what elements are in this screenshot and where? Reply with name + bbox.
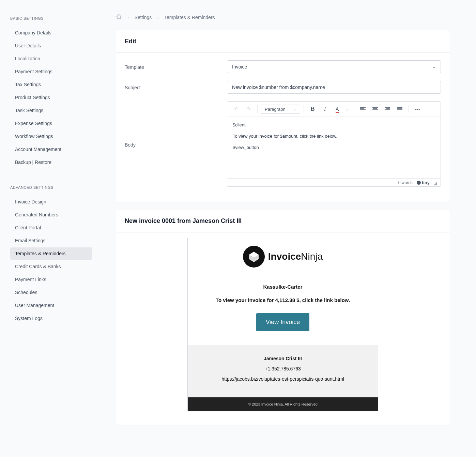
sidebar-item-company-details[interactable]: Company Details <box>10 27 92 39</box>
align-justify-button[interactable] <box>394 104 405 115</box>
word-count: 0 words <box>398 180 413 185</box>
breadcrumb: › Settings › Templates & Reminders <box>116 14 450 21</box>
sidebar-item-backup-restore[interactable]: Backup | Restore <box>10 156 92 168</box>
preview-phone: +1.352.785.6763 <box>195 366 371 371</box>
preview-message: To view your invoice for 4,112.38 $, cli… <box>195 297 371 303</box>
resize-handle[interactable]: ◢ <box>434 181 437 184</box>
template-label: Template <box>125 64 227 70</box>
settings-sidebar: BASIC SETTINGS Company DetailsUser Detai… <box>0 0 99 457</box>
template-select-value: Invoice <box>232 64 247 70</box>
home-icon[interactable] <box>116 14 122 21</box>
preview-url: https://jacobs.biz/voluptates-est-perspi… <box>195 376 371 382</box>
sidebar-item-templates-reminders[interactable]: Templates & Reminders <box>10 247 92 260</box>
more-button[interactable]: ••• <box>412 104 423 115</box>
basic-settings-header: BASIC SETTINGS <box>10 16 92 20</box>
breadcrumb-current: Templates & Reminders <box>164 15 215 20</box>
editor-toolbar: ↶ ↷ Paragraph ⌄ B I A <box>227 102 441 117</box>
chevron-right-icon: › <box>127 15 129 20</box>
logo-icon <box>243 246 265 268</box>
sidebar-item-system-logs[interactable]: System Logs <box>10 312 92 324</box>
sidebar-item-email-settings[interactable]: Email Settings <box>10 234 92 247</box>
sidebar-item-invoice-design[interactable]: Invoice Design <box>10 196 92 208</box>
undo-button[interactable]: ↶ <box>231 104 242 115</box>
text-color-button[interactable]: A <box>332 104 343 115</box>
chevron-down-icon: ⌄ <box>432 64 436 69</box>
sidebar-item-localization[interactable]: Localization <box>10 52 92 65</box>
redo-button[interactable]: ↷ <box>243 104 254 115</box>
preview-sender: Jameson Crist III <box>195 356 371 361</box>
sidebar-item-tax-settings[interactable]: Tax Settings <box>10 78 92 91</box>
sidebar-item-product-settings[interactable]: Product Settings <box>10 91 92 104</box>
edit-card-title: Edit <box>116 30 450 53</box>
sidebar-item-user-management[interactable]: User Management <box>10 299 92 311</box>
sidebar-item-account-management[interactable]: Account Management <box>10 143 92 155</box>
sidebar-item-workflow-settings[interactable]: Workflow Settings <box>10 130 92 142</box>
align-center-button[interactable] <box>370 104 381 115</box>
subject-input[interactable] <box>227 81 441 94</box>
main-content: › Settings › Templates & Reminders Edit … <box>99 0 467 457</box>
align-right-button[interactable] <box>382 104 393 115</box>
italic-button[interactable]: I <box>320 104 331 115</box>
format-select[interactable]: Paragraph ⌄ <box>261 105 300 114</box>
sidebar-item-credit-cards-banks[interactable]: Credit Cards & Banks <box>10 260 92 273</box>
edit-card: Edit Template Invoice ⌄ Subject <box>116 30 450 202</box>
preview-footer: © 2023 Invoice Ninja, All Rights Reserve… <box>188 397 378 411</box>
tiny-logo: tiny <box>417 180 430 185</box>
sidebar-item-task-settings[interactable]: Task Settings <box>10 104 92 117</box>
sidebar-item-client-portal[interactable]: Client Portal <box>10 222 92 234</box>
subject-label: Subject <box>125 84 227 90</box>
bold-button[interactable]: B <box>307 104 318 115</box>
sidebar-item-user-details[interactable]: User Details <box>10 40 92 52</box>
editor-content[interactable]: $client To view your invoice for $amount… <box>227 117 441 178</box>
invoice-ninja-logo: InvoiceNinja <box>195 246 371 268</box>
view-invoice-button[interactable]: View Invoice <box>256 313 310 331</box>
text-color-dropdown[interactable]: ⌄ <box>344 104 350 115</box>
align-left-button[interactable] <box>357 104 368 115</box>
email-preview: InvoiceNinja Kassulke-Carter To view you… <box>187 238 378 411</box>
body-editor: ↶ ↷ Paragraph ⌄ B I A <box>227 101 441 187</box>
advanced-settings-header: ADVANCED SETTINGS <box>10 185 92 189</box>
sidebar-item-payment-settings[interactable]: Payment Settings <box>10 65 92 78</box>
preview-card: New invoice 0001 from Jameson Crist III … <box>116 210 450 425</box>
sidebar-item-schedules[interactable]: Schedules <box>10 286 92 299</box>
preview-header: New invoice 0001 from Jameson Crist III <box>116 210 450 232</box>
sidebar-item-generated-numbers[interactable]: Generated Numbers <box>10 209 92 221</box>
chevron-down-icon: ⌄ <box>294 107 296 111</box>
preview-client: Kassulke-Carter <box>195 284 371 290</box>
body-label: Body <box>125 101 227 148</box>
sidebar-item-payment-links[interactable]: Payment Links <box>10 273 92 286</box>
sidebar-item-expense-settings[interactable]: Expense Settings <box>10 117 92 130</box>
chevron-right-icon: › <box>157 15 159 20</box>
template-select[interactable]: Invoice ⌄ <box>227 60 441 73</box>
breadcrumb-settings[interactable]: Settings <box>135 15 152 20</box>
